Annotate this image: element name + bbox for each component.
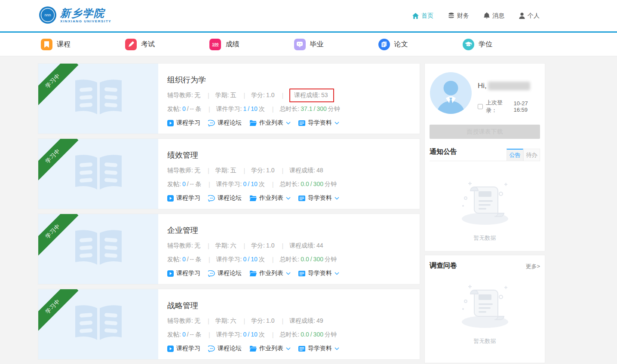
survey-more-link[interactable]: 更多> xyxy=(525,263,540,275)
course-forum-link[interactable]: 课程论坛 xyxy=(208,269,242,277)
book-icon xyxy=(70,228,127,271)
book-icon xyxy=(70,77,127,120)
course-forum-link[interactable]: 课程论坛 xyxy=(208,194,242,202)
empty-text: 暂无数据 xyxy=(474,234,496,242)
top-nav-home[interactable]: 首页 xyxy=(412,12,433,20)
logo-seal-icon: nnn xyxy=(39,6,57,26)
top-nav: 首页 财务 消息 xyxy=(412,12,540,20)
blurred-username xyxy=(488,82,530,90)
module-courses[interactable]: 课程 xyxy=(41,39,71,50)
chat-icon xyxy=(208,270,215,277)
homework-list-link[interactable]: 作业列表 xyxy=(249,269,291,277)
chat-icon xyxy=(208,346,215,352)
module-graduation[interactable]: 毕业 xyxy=(294,39,324,50)
finance-icon xyxy=(448,12,454,19)
play-icon xyxy=(167,270,174,277)
course-title[interactable]: 组织行为学 xyxy=(167,75,420,85)
notice-header: 通知公告 公告 待办 xyxy=(430,147,540,161)
person-icon xyxy=(519,12,525,19)
logo-name-cn: 新乡学院 xyxy=(60,7,105,19)
survey-title: 调查问卷 xyxy=(430,261,457,275)
course-title[interactable]: 战略管理 xyxy=(167,300,420,311)
course-meta: 辅导教师:无 | 学期:六 | 学分:1.0 | 课程成绩:44 xyxy=(167,242,420,250)
sidebar: Hi, 上次登录： 10-27 16:59 面授课表下载 通知公告 公告 待办 xyxy=(424,63,545,364)
course-study-link[interactable]: 课程学习 xyxy=(167,269,200,277)
svg-text:nnn: nnn xyxy=(44,13,51,17)
course-actions: 课程学习 课程论坛 作业列表 导学资料 xyxy=(167,345,420,352)
empty-scroll-icon xyxy=(456,282,514,332)
module-thesis[interactable]: 论文 xyxy=(378,39,408,50)
notice-empty-state: 暂无数据 xyxy=(430,179,540,242)
checkbox-icon xyxy=(478,104,483,109)
tab-announcements[interactable]: 公告 xyxy=(506,149,523,161)
module-degree[interactable]: 学位 xyxy=(463,39,492,50)
home-icon xyxy=(412,13,419,19)
course-meta: 辅导教师:无 | 学期:五 | 学分:1.0 | 课程成绩:53 xyxy=(167,92,420,99)
guide-material-link[interactable]: 导学资料 xyxy=(298,345,339,352)
play-icon xyxy=(167,346,174,352)
course-forum-link[interactable]: 课程论坛 xyxy=(208,119,242,127)
course-stats: 发帖:0/--条 | 课件学习:1/10次 | 总时长:37.1/300分钟 xyxy=(167,105,420,113)
chevron-down-icon xyxy=(286,197,291,200)
course-actions: 课程学习 课程论坛 作业列表 导学资料 xyxy=(167,194,420,202)
pen-icon xyxy=(125,39,137,50)
tab-todo[interactable]: 待办 xyxy=(523,149,540,161)
top-nav-messages[interactable]: 消息 xyxy=(484,12,504,20)
guide-material-link[interactable]: 导学资料 xyxy=(298,269,339,277)
top-nav-profile[interactable]: 个人 xyxy=(519,12,540,20)
module-exams[interactable]: 考试 xyxy=(125,39,155,50)
course-study-link[interactable]: 课程学习 xyxy=(167,345,200,352)
greeting: Hi, xyxy=(478,82,540,90)
guide-material-link[interactable]: 导学资料 xyxy=(298,194,339,202)
empty-scroll-icon xyxy=(456,179,514,229)
course-stats: 发帖:0/--条 | 课件学习:0/10次 | 总时长:0.0/300分钟 xyxy=(167,180,420,188)
course-thumbnail[interactable]: 学习中 xyxy=(38,214,158,284)
survey-panel: 调查问卷 更多> xyxy=(424,255,545,363)
course-thumbnail[interactable]: 学习中 xyxy=(38,64,158,134)
bell-icon xyxy=(484,12,490,19)
timetable-download-button[interactable]: 面授课表下载 xyxy=(430,125,540,139)
paper-icon xyxy=(378,39,390,50)
course-meta: 辅导教师:无 | 学期:五 | 学分:1.0 | 课程成绩:48 xyxy=(167,167,420,174)
chevron-down-icon xyxy=(286,272,291,275)
empty-text: 暂无数据 xyxy=(474,337,496,345)
survey-header: 调查问卷 更多> xyxy=(430,261,540,275)
course-title[interactable]: 企业管理 xyxy=(167,225,420,236)
course-study-link[interactable]: 课程学习 xyxy=(167,194,200,202)
course-thumbnail[interactable]: 学习中 xyxy=(38,139,158,209)
course-list: 学习中 xyxy=(38,63,420,364)
course-stats: 发帖:0/--条 | 课件学习:0/10次 | 总时长:0.0/300分钟 xyxy=(167,256,420,263)
top-nav-finance[interactable]: 财务 xyxy=(448,12,469,20)
survey-empty-state: 暂无数据 xyxy=(430,282,540,345)
book-icon xyxy=(70,153,127,196)
last-login: 上次登录： 10-27 16:59 xyxy=(478,99,540,114)
play-icon xyxy=(167,195,174,202)
course-card: 学习中 xyxy=(38,289,420,360)
avatar[interactable] xyxy=(430,72,472,114)
homework-list-link[interactable]: 作业列表 xyxy=(249,345,291,352)
course-stats: 发帖:0/--条 | 课件学习:0/10次 | 总时长:0.0/300分钟 xyxy=(167,331,420,339)
course-thumbnail[interactable]: 学习中 xyxy=(38,289,158,359)
homework-list-link[interactable]: 作业列表 xyxy=(249,194,291,202)
module-grades[interactable]: 100 成绩 xyxy=(209,39,239,50)
folder-icon xyxy=(249,270,257,276)
course-study-link[interactable]: 课程学习 xyxy=(167,119,200,127)
folder-icon xyxy=(249,195,257,201)
degree-cap-icon xyxy=(463,39,474,50)
graduation-face-icon xyxy=(294,39,306,50)
list-icon xyxy=(298,271,305,276)
bookmark-icon xyxy=(41,39,52,50)
course-forum-link[interactable]: 课程论坛 xyxy=(208,345,242,352)
chevron-down-icon xyxy=(335,197,339,200)
university-logo[interactable]: nnn 新乡学院 XINXIANG UNIVERSITY xyxy=(39,6,111,26)
homework-list-link[interactable]: 作业列表 xyxy=(249,119,291,127)
course-card: 学习中 xyxy=(38,138,420,209)
score-100-icon: 100 xyxy=(209,39,221,50)
course-title[interactable]: 绩效管理 xyxy=(167,150,420,160)
module-nav: 课程 考试 100 成绩 毕业 xyxy=(0,33,617,56)
chevron-down-icon xyxy=(335,122,339,125)
list-icon xyxy=(298,196,305,201)
chat-icon xyxy=(208,195,215,202)
book-icon xyxy=(70,303,127,346)
guide-material-link[interactable]: 导学资料 xyxy=(298,119,339,127)
